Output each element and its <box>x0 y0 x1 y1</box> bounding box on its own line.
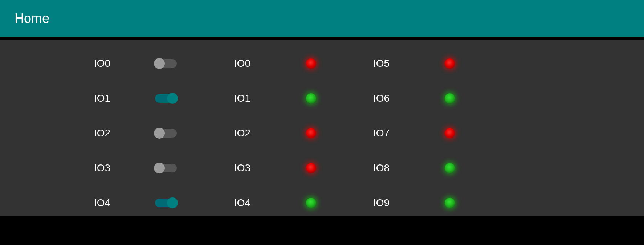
switch-label: IO1 <box>94 93 123 104</box>
led-label: IO1 <box>234 93 263 104</box>
led-label: IO9 <box>373 197 402 209</box>
toggle-knob <box>154 128 165 139</box>
toggle-knob <box>167 197 178 208</box>
io-row: IO0IO0IO5 <box>0 56 644 71</box>
io-toggle[interactable] <box>155 94 177 103</box>
toggle-knob <box>154 58 165 69</box>
led-label: IO0 <box>234 58 263 69</box>
status-led <box>306 128 316 138</box>
page-title: Home <box>15 11 49 26</box>
status-led <box>306 198 316 208</box>
status-led <box>306 93 316 103</box>
status-led <box>445 93 455 103</box>
io-row: IO4IO4IO9 <box>0 196 644 210</box>
io-row: IO3IO3IO8 <box>0 161 644 175</box>
status-led <box>306 163 316 173</box>
toggle-knob <box>167 93 178 104</box>
status-led <box>306 58 316 69</box>
io-toggle[interactable] <box>155 164 177 172</box>
status-led <box>445 128 455 138</box>
toggle-knob <box>154 163 165 173</box>
io-toggle[interactable] <box>155 129 177 138</box>
led-label: IO3 <box>234 162 263 174</box>
status-led <box>445 58 455 69</box>
io-toggle[interactable] <box>155 59 177 68</box>
status-led <box>445 163 455 173</box>
led-label: IO4 <box>234 197 263 209</box>
io-row: IO2IO2IO7 <box>0 126 644 140</box>
led-label: IO7 <box>373 127 402 139</box>
led-label: IO6 <box>373 93 402 104</box>
header-separator <box>0 37 644 40</box>
switch-label: IO4 <box>94 197 123 209</box>
switch-label: IO0 <box>94 58 123 69</box>
status-led <box>445 198 455 208</box>
switch-label: IO2 <box>94 127 123 139</box>
switch-label: IO3 <box>94 162 123 174</box>
led-label: IO5 <box>373 58 402 69</box>
io-panel: IO0IO0IO5IO1IO1IO6IO2IO2IO7IO3IO3IO8IO4I… <box>0 40 644 216</box>
io-row: IO1IO1IO6 <box>0 91 644 106</box>
led-label: IO8 <box>373 162 402 174</box>
header-bar: Home <box>0 0 644 37</box>
led-label: IO2 <box>234 127 263 139</box>
io-toggle[interactable] <box>155 199 177 207</box>
